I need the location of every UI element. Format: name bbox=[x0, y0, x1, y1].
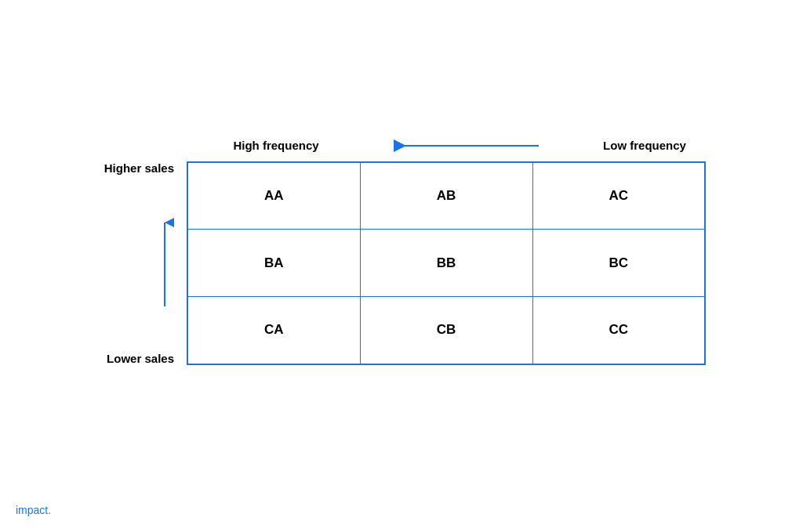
table-row: AA AB AC bbox=[187, 162, 705, 230]
lower-sales-label: Lower sales bbox=[107, 352, 174, 365]
cell-BA: BA bbox=[187, 230, 360, 297]
cell-CA: CA bbox=[187, 297, 360, 364]
sales-arrow-icon bbox=[155, 216, 174, 310]
cell-BB: BB bbox=[360, 230, 532, 297]
high-frequency-label: High frequency bbox=[190, 139, 362, 152]
frequency-arrow-container bbox=[362, 136, 566, 155]
cell-AC: AC bbox=[532, 162, 705, 230]
diagram-wrapper: High frequency Low frequency Higher sale… bbox=[80, 136, 723, 365]
table-row: BA BB BC bbox=[187, 230, 705, 297]
cell-BC: BC bbox=[532, 230, 705, 297]
main-container: High frequency Low frequency Higher sale… bbox=[0, 0, 803, 532]
cell-CC: CC bbox=[532, 297, 705, 364]
grid-table: AA AB AC BA BB BC CA CB CC bbox=[187, 161, 706, 365]
vertical-arrow-container bbox=[155, 175, 174, 352]
sales-labels: Higher sales Lower sales bbox=[80, 161, 174, 365]
table-row: CA CB CC bbox=[187, 297, 705, 364]
header-row: High frequency Low frequency bbox=[190, 136, 723, 155]
body-row: Higher sales Lower sales bbox=[80, 161, 706, 365]
impact-link[interactable]: impact. bbox=[16, 504, 51, 516]
cell-CB: CB bbox=[360, 297, 532, 364]
low-frequency-label: Low frequency bbox=[566, 139, 723, 152]
cell-AA: AA bbox=[187, 162, 360, 230]
frequency-arrow-icon bbox=[386, 136, 543, 155]
higher-sales-label: Higher sales bbox=[104, 161, 174, 175]
cell-AB: AB bbox=[360, 162, 532, 230]
